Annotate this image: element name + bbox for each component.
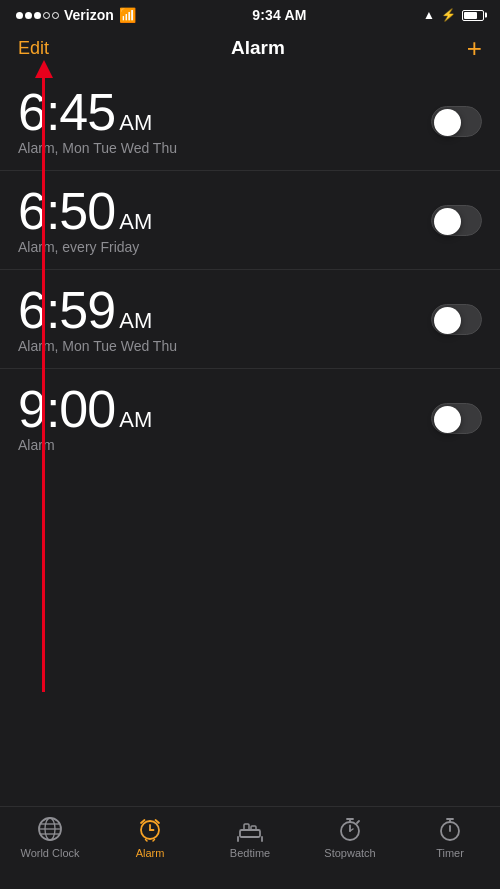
bluetooth-icon: ⚡ [441, 8, 456, 22]
tab-stopwatch[interactable]: Stopwatch [310, 815, 390, 859]
status-time: 9:34 AM [252, 7, 307, 23]
carrier-label: Verizon [64, 7, 114, 23]
timer-label: Timer [436, 847, 464, 859]
bedtime-icon [236, 815, 264, 843]
signal-dot-2 [25, 12, 32, 19]
battery-indicator [462, 10, 484, 21]
status-left: Verizon 📶 [16, 7, 136, 23]
alarm-toggle[interactable] [431, 205, 482, 236]
world-clock-label: World Clock [20, 847, 79, 859]
alarm-time: 9:00 AM [18, 383, 152, 435]
status-right: ▲ ⚡ [423, 8, 484, 22]
alarm-item: 6:45 AM Alarm, Mon Tue Wed Thu [0, 72, 500, 171]
signal-dot-1 [16, 12, 23, 19]
page-title: Alarm [231, 37, 285, 59]
tab-bedtime[interactable]: Bedtime [210, 815, 290, 859]
svg-rect-13 [244, 824, 249, 830]
alarm-time: 6:50 AM [18, 185, 152, 237]
svg-rect-14 [251, 826, 256, 830]
alarm-label: Alarm, every Friday [18, 239, 152, 255]
alarm-label-tab: Alarm [136, 847, 165, 859]
alarm-info: 9:00 AM Alarm [18, 383, 152, 453]
signal-dot-5 [52, 12, 59, 19]
alarm-list: 6:45 AM Alarm, Mon Tue Wed Thu 6:50 AM A… [0, 72, 500, 467]
alarm-time-period: AM [119, 209, 152, 235]
alarm-icon [136, 815, 164, 843]
world-clock-icon [36, 815, 64, 843]
tab-timer[interactable]: Timer [410, 815, 490, 859]
battery-fill [464, 12, 477, 19]
alarm-toggle[interactable] [431, 304, 482, 335]
toggle-thumb [434, 109, 461, 136]
tab-alarm[interactable]: Alarm [110, 815, 190, 859]
tab-world-clock[interactable]: World Clock [10, 815, 90, 859]
alarm-item: 9:00 AM Alarm [0, 369, 500, 467]
alarm-time-period: AM [119, 308, 152, 334]
alarm-time-period: AM [119, 110, 152, 136]
alarm-time-digits: 6:45 [18, 86, 115, 138]
nav-bar: Edit Alarm + [0, 28, 500, 72]
edit-button[interactable]: Edit [18, 38, 49, 59]
annotation-arrow [42, 72, 45, 692]
alarm-toggle[interactable] [431, 403, 482, 434]
svg-line-22 [357, 821, 359, 823]
svg-line-10 [146, 840, 148, 842]
status-bar: Verizon 📶 9:34 AM ▲ ⚡ [0, 0, 500, 28]
alarm-label: Alarm [18, 437, 152, 453]
alarm-item: 6:59 AM Alarm, Mon Tue Wed Thu [0, 270, 500, 369]
svg-rect-12 [240, 830, 260, 837]
signal-dot-3 [34, 12, 41, 19]
battery-body [462, 10, 484, 21]
svg-line-11 [153, 840, 155, 842]
stopwatch-label: Stopwatch [324, 847, 375, 859]
alarm-time-digits: 6:59 [18, 284, 115, 336]
location-icon: ▲ [423, 8, 435, 22]
timer-icon [436, 815, 464, 843]
add-alarm-button[interactable]: + [467, 35, 482, 61]
alarm-toggle[interactable] [431, 106, 482, 137]
toggle-thumb [434, 208, 461, 235]
tab-bar: World Clock Alarm Bedtime [0, 806, 500, 889]
wifi-icon: 📶 [119, 7, 136, 23]
bedtime-label: Bedtime [230, 847, 270, 859]
alarm-time-digits: 9:00 [18, 383, 115, 435]
alarm-info: 6:50 AM Alarm, every Friday [18, 185, 152, 255]
signal-dots [16, 12, 59, 19]
alarm-time-period: AM [119, 407, 152, 433]
toggle-thumb [434, 307, 461, 334]
toggle-thumb [434, 406, 461, 433]
signal-dot-4 [43, 12, 50, 19]
alarm-time-digits: 6:50 [18, 185, 115, 237]
alarm-item: 6:50 AM Alarm, every Friday [0, 171, 500, 270]
stopwatch-icon [336, 815, 364, 843]
